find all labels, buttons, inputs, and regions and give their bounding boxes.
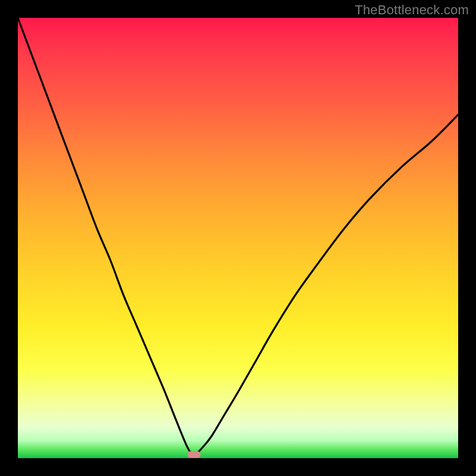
chart-frame: TheBottleneck.com bbox=[0, 0, 476, 476]
watermark-text: TheBottleneck.com bbox=[355, 2, 469, 18]
optimum-marker bbox=[187, 452, 201, 458]
plot-area bbox=[18, 18, 458, 458]
curve-layer bbox=[18, 18, 458, 458]
bottleneck-curve bbox=[18, 18, 458, 455]
